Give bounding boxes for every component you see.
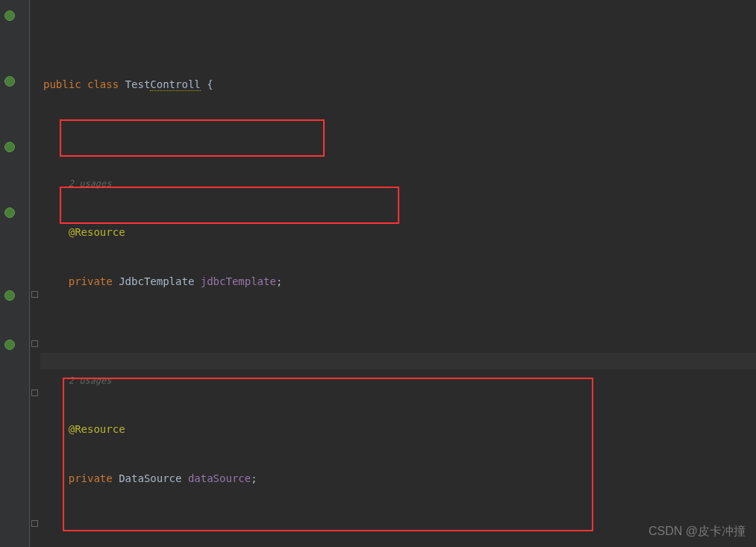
web-icon[interactable] — [4, 290, 15, 301]
watermark: CSDN @皮卡冲撞 — [649, 524, 746, 540]
editor-container: public class TestControll { 2 usages @Re… — [0, 0, 756, 547]
bean-icon[interactable] — [4, 76, 15, 87]
fold-expand-icon[interactable] — [31, 340, 38, 347]
usage-hint[interactable]: 2 usages — [69, 375, 112, 386]
fold-gutter — [30, 0, 40, 547]
class-name: Controll — [150, 78, 200, 91]
annotation: @Resource — [69, 226, 125, 238]
gutter — [0, 0, 30, 547]
usage-hint[interactable]: 2 usages — [69, 178, 112, 189]
bean-icon[interactable] — [4, 10, 15, 21]
annotation: @Resource — [69, 423, 125, 435]
fold-collapse-icon[interactable] — [31, 520, 38, 527]
code-editor[interactable]: public class TestControll { 2 usages @Re… — [40, 0, 756, 547]
web-icon[interactable] — [4, 340, 15, 350]
fold-expand-icon[interactable] — [31, 291, 38, 298]
highlight-box-2 — [60, 187, 399, 224]
bean-icon[interactable] — [4, 142, 15, 152]
highlight-box-3 — [63, 378, 593, 531]
bean-icon[interactable] — [4, 207, 15, 218]
current-line-highlight — [40, 353, 756, 369]
fold-collapse-icon[interactable] — [31, 390, 38, 396]
